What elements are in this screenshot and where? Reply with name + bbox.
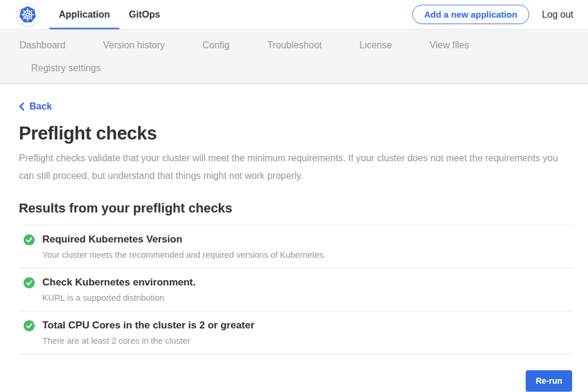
check-description: There are at least 2 cores in the cluste… [42, 336, 255, 346]
tab-application[interactable]: Application [49, 0, 119, 29]
back-label: Back [29, 101, 52, 112]
preflight-check-list: Required Kubernetes Version Your cluster… [19, 225, 572, 354]
footer-actions: Re-run [19, 370, 572, 391]
chevron-left-icon [19, 102, 24, 111]
check-description: Your cluster meets the recommended and r… [42, 250, 326, 260]
primary-tabs: Application GitOps [49, 0, 169, 29]
results-heading: Results from your preflight checks [19, 201, 572, 216]
top-navbar: Application GitOps Add a new application… [0, 0, 588, 29]
page-title: Preflight checks [19, 123, 572, 144]
preflight-checks-page: Back Preflight checks Preflight checks v… [0, 84, 588, 391]
back-link[interactable]: Back [19, 101, 52, 112]
app-subnav: Dashboard Version history Config Trouble… [0, 29, 588, 84]
check-passed-icon [24, 277, 35, 288]
log-out-link[interactable]: Log out [542, 9, 573, 20]
check-body: Check Kubernetes environment. KURL is a … [42, 276, 196, 303]
check-title: Required Kubernetes Version [42, 233, 326, 245]
check-item-kubernetes-environment: Check Kubernetes environment. KURL is a … [19, 268, 572, 311]
check-item-kubernetes-version: Required Kubernetes Version Your cluster… [19, 225, 572, 268]
check-body: Required Kubernetes Version Your cluster… [42, 233, 326, 260]
add-new-application-button[interactable]: Add a new application [412, 5, 529, 24]
subnav-row-2: Registry settings [19, 59, 588, 77]
subnav-row-1: Dashboard Version history Config Trouble… [19, 36, 588, 54]
check-passed-icon [24, 320, 35, 331]
check-item-cpu-cores: Total CPU Cores in the cluster is 2 or g… [19, 311, 572, 354]
rerun-button[interactable]: Re-run [526, 370, 572, 391]
subnav-item-config[interactable]: Config [202, 36, 229, 54]
check-title: Check Kubernetes environment. [42, 276, 196, 288]
tab-gitops[interactable]: GitOps [119, 0, 169, 29]
subnav-item-view-files[interactable]: View files [429, 36, 469, 54]
subnav-item-registry-settings[interactable]: Registry settings [31, 59, 101, 77]
subnav-item-version-history[interactable]: Version history [103, 36, 165, 54]
check-description: KURL is a supported distribution [42, 293, 196, 303]
page-description: Preflight checks validate that your clus… [19, 150, 563, 185]
check-passed-icon [24, 234, 35, 245]
subnav-item-troubleshoot[interactable]: Troubleshoot [267, 36, 322, 54]
navbar-right: Add a new application Log out [412, 5, 573, 24]
subnav-item-dashboard[interactable]: Dashboard [19, 36, 65, 54]
check-body: Total CPU Cores in the cluster is 2 or g… [42, 319, 255, 346]
subnav-item-license[interactable]: License [359, 36, 392, 54]
kubernetes-logo [16, 3, 39, 26]
check-title: Total CPU Cores in the cluster is 2 or g… [42, 319, 255, 331]
